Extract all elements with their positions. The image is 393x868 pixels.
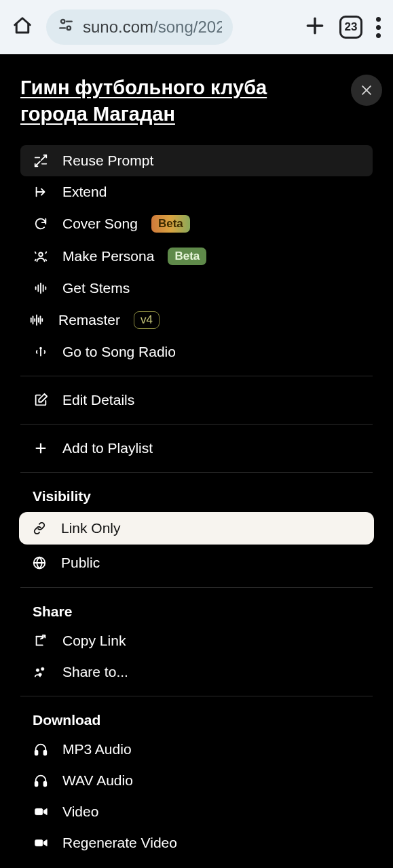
get-stems-item[interactable]: Get Stems	[20, 273, 373, 304]
item-label: Video	[62, 804, 98, 820]
item-label: WAV Audio	[62, 772, 133, 789]
svg-line-8	[41, 155, 46, 160]
add-to-playlist-item[interactable]: Add to Playlist	[20, 433, 373, 464]
copy-link-item[interactable]: Copy Link	[20, 625, 373, 656]
share-to-item[interactable]: Share to...	[20, 656, 373, 688]
svg-marker-43	[44, 840, 48, 846]
divider	[20, 376, 373, 376]
new-tab-button[interactable]	[304, 15, 326, 39]
refresh-icon	[33, 216, 49, 231]
svg-rect-38	[35, 782, 38, 786]
url-text: suno.com/song/202c1e0	[83, 18, 222, 37]
item-label: Link Only	[61, 520, 121, 536]
plus-icon	[33, 441, 49, 456]
video-icon	[33, 835, 49, 850]
link-icon	[31, 521, 48, 536]
item-label: Go to Song Radio	[62, 344, 176, 360]
globe-icon	[31, 555, 48, 570]
svg-point-0	[61, 20, 64, 23]
svg-point-2	[67, 26, 71, 30]
v4-badge: v4	[134, 311, 160, 329]
svg-rect-36	[35, 751, 38, 755]
copy-link-icon	[33, 633, 49, 648]
remaster-item[interactable]: Remaster v4	[20, 304, 373, 336]
download-mp3-item[interactable]: MP3 Audio	[20, 734, 373, 765]
share-icon	[33, 665, 49, 679]
remaster-icon	[29, 313, 45, 328]
reuse-icon	[33, 153, 49, 168]
svg-point-14	[39, 253, 43, 257]
extend-icon	[33, 184, 49, 199]
svg-point-28	[40, 348, 41, 349]
persona-icon	[33, 249, 49, 264]
headphones-icon	[33, 742, 49, 757]
item-label: Get Stems	[62, 280, 130, 296]
item-label: Make Persona	[62, 248, 154, 264]
song-radio-item[interactable]: Go to Song Radio	[20, 336, 373, 368]
waveform-icon	[33, 281, 49, 296]
item-label: Remaster	[58, 312, 120, 328]
download-wav-item[interactable]: WAV Audio	[20, 765, 373, 796]
divider	[20, 424, 373, 425]
tabs-button[interactable]: 23	[339, 16, 362, 39]
headphones-icon	[33, 773, 49, 788]
song-title[interactable]: Гимн футбольного клуба города Магадан	[20, 75, 312, 127]
divider	[20, 587, 373, 588]
cover-song-item[interactable]: Cover Song Beta	[20, 208, 373, 240]
song-actions-sheet: Гимн футбольного клуба города Магадан Re…	[0, 54, 393, 859]
item-label: Share to...	[62, 664, 128, 680]
svg-rect-39	[44, 782, 47, 786]
item-label: Public	[61, 555, 100, 571]
item-label: Edit Details	[62, 392, 134, 408]
site-settings-icon	[57, 16, 75, 38]
edit-details-item[interactable]: Edit Details	[20, 384, 373, 416]
svg-rect-40	[35, 809, 43, 815]
divider	[20, 696, 373, 696]
close-button[interactable]	[351, 75, 382, 106]
svg-point-34	[41, 667, 44, 671]
item-label: Cover Song	[62, 216, 138, 232]
svg-line-9	[35, 161, 40, 166]
browser-chrome: suno.com/song/202c1e0 23	[0, 0, 393, 54]
divider	[20, 472, 373, 473]
radio-icon	[33, 344, 49, 359]
visibility-public[interactable]: Public	[19, 547, 374, 579]
home-icon[interactable]	[12, 16, 33, 39]
beta-badge: Beta	[151, 215, 190, 233]
make-persona-item[interactable]: Make Persona Beta	[20, 240, 373, 273]
svg-marker-41	[44, 809, 48, 815]
regenerate-video-item[interactable]: Regenerate Video	[20, 827, 373, 859]
download-label: Download	[20, 705, 373, 734]
tab-count: 23	[345, 20, 358, 34]
svg-point-33	[36, 669, 39, 672]
item-label: Extend	[62, 184, 107, 200]
browser-menu-button[interactable]	[376, 17, 381, 38]
address-bar[interactable]: suno.com/song/202c1e0	[46, 9, 233, 45]
edit-icon	[33, 393, 49, 408]
visibility-link-only[interactable]: Link Only	[19, 512, 374, 545]
visibility-label: Visibility	[20, 481, 373, 510]
item-label: MP3 Audio	[62, 741, 132, 757]
video-icon	[33, 804, 49, 819]
item-label: Regenerate Video	[62, 835, 177, 851]
item-label: Copy Link	[62, 633, 126, 649]
beta-badge: Beta	[168, 248, 206, 265]
download-video-item[interactable]: Video	[20, 796, 373, 827]
share-label: Share	[20, 596, 373, 625]
svg-rect-37	[44, 751, 47, 755]
item-label: Reuse Prompt	[62, 153, 153, 169]
extend-item[interactable]: Extend	[20, 176, 373, 208]
svg-rect-42	[35, 840, 43, 846]
item-label: Add to Playlist	[62, 440, 153, 456]
reuse-prompt-item[interactable]: Reuse Prompt	[20, 145, 373, 176]
